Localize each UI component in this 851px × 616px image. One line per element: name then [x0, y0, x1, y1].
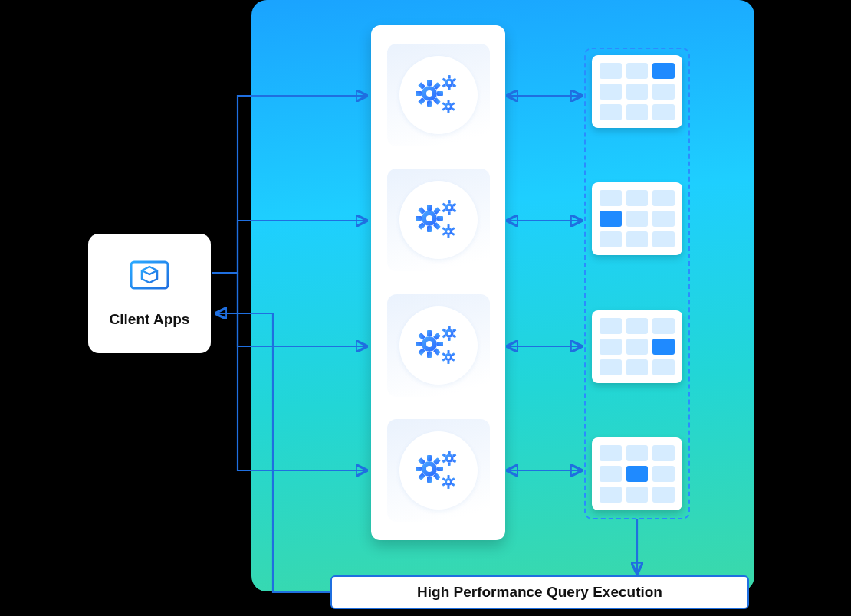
table-icon	[592, 182, 682, 255]
svg-rect-56	[427, 330, 432, 336]
svg-point-54	[447, 230, 450, 233]
svg-rect-103	[447, 486, 449, 489]
svg-point-72	[447, 331, 450, 334]
svg-point-28	[447, 105, 450, 108]
svg-rect-14	[448, 75, 450, 78]
svg-rect-69	[448, 337, 450, 340]
gear-circle	[399, 56, 478, 134]
svg-rect-66	[448, 326, 450, 329]
svg-rect-8	[427, 101, 432, 107]
gear-tile	[387, 169, 490, 271]
gears-icon	[411, 192, 466, 247]
svg-point-46	[447, 206, 450, 209]
gear-circle	[399, 431, 478, 510]
svg-rect-88	[416, 467, 422, 471]
svg-rect-40	[448, 200, 450, 203]
svg-point-80	[447, 356, 450, 359]
svg-rect-100	[447, 475, 449, 478]
svg-rect-30	[427, 205, 432, 211]
tables-column	[584, 48, 690, 519]
svg-point-12	[426, 90, 432, 97]
svg-rect-6	[437, 91, 443, 96]
svg-rect-62	[416, 342, 422, 346]
svg-rect-82	[427, 455, 432, 461]
svg-rect-32	[437, 216, 443, 221]
gear-circle	[399, 306, 478, 385]
diagram-canvas: Client Apps	[0, 0, 851, 616]
svg-rect-60	[427, 352, 432, 358]
svg-rect-25	[447, 110, 449, 113]
svg-rect-92	[448, 451, 450, 454]
svg-rect-10	[416, 91, 422, 96]
svg-rect-95	[448, 462, 450, 465]
table-icon	[592, 310, 682, 383]
query-execution-label: High Performance Query Execution	[330, 575, 749, 609]
svg-rect-74	[447, 350, 449, 353]
box-monitor-icon	[128, 259, 171, 297]
gears-icon	[411, 318, 466, 373]
svg-rect-84	[437, 467, 443, 471]
gear-tile	[387, 419, 490, 522]
svg-point-106	[447, 480, 450, 483]
table-icon	[592, 55, 682, 128]
svg-rect-51	[447, 235, 449, 238]
gear-tile	[387, 294, 490, 397]
svg-rect-86	[427, 477, 432, 483]
svg-rect-58	[437, 342, 443, 346]
svg-rect-36	[416, 216, 422, 221]
table-icon	[592, 437, 682, 510]
gear-circle	[399, 181, 478, 259]
svg-point-38	[426, 215, 432, 221]
gear-column	[371, 25, 505, 540]
svg-rect-34	[427, 226, 432, 232]
gear-tile	[387, 44, 490, 146]
svg-point-90	[426, 466, 432, 472]
svg-rect-77	[447, 361, 449, 364]
svg-point-98	[447, 457, 450, 460]
client-apps-label: Client Apps	[110, 311, 190, 328]
svg-point-20	[447, 81, 450, 84]
gears-icon	[411, 67, 466, 123]
gears-icon	[411, 443, 466, 498]
svg-rect-43	[448, 212, 450, 215]
svg-rect-4	[427, 80, 432, 86]
svg-rect-17	[448, 87, 450, 90]
svg-rect-22	[447, 100, 449, 103]
client-apps-card: Client Apps	[88, 234, 211, 353]
svg-point-64	[426, 341, 432, 347]
svg-rect-48	[447, 224, 449, 228]
